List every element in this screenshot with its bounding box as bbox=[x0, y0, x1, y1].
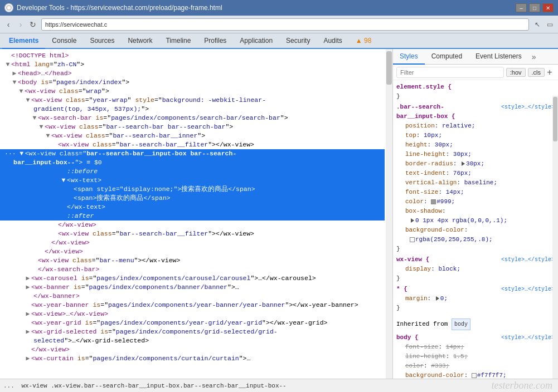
watermark: testerbone.com bbox=[492, 380, 555, 391]
window-title: Developer Tools - https://servicewechat.… bbox=[17, 4, 516, 12]
css-filter-buttons: :hov .cls bbox=[506, 68, 545, 77]
nav-bar: ‹ › ↻ ↖ ▭ bbox=[0, 16, 558, 33]
window-controls: – □ ✕ bbox=[516, 3, 554, 12]
css-tab-computed[interactable]: Computed bbox=[425, 49, 469, 65]
html-line[interactable]: <wx-view class="bar--search-bar__filter"… bbox=[0, 140, 385, 149]
html-scrollbar-thumb[interactable] bbox=[386, 51, 392, 85]
tab-elements[interactable]: Elements bbox=[2, 33, 45, 49]
css-scrollbar[interactable] bbox=[552, 96, 558, 379]
html-line[interactable]: ▶ <wx-banner is="pages/index/components/… bbox=[0, 283, 385, 292]
html-line[interactable]: ▼ <wx-view class="year-wrap" style="back… bbox=[0, 96, 385, 105]
status-wx-view: wx-view bbox=[18, 383, 51, 389]
device-button[interactable]: ▭ bbox=[544, 18, 556, 31]
html-line[interactable]: selected">…</wx-grid-selected> bbox=[0, 336, 385, 345]
css-rule-search-input-box: .bar--search- <style>…</style> bar__inpu… bbox=[396, 102, 555, 254]
color-swatch bbox=[410, 237, 415, 242]
html-line-selected[interactable]: bar__input-box--"> = $0 bbox=[0, 158, 385, 167]
status-path-separator: . bbox=[51, 383, 55, 389]
css-rule-body-1: body { <style>…</style> font-size: 14px;… bbox=[396, 333, 555, 379]
tab-network[interactable]: Network bbox=[121, 33, 159, 49]
css-rules: element.style { } .bar--search- <style>…… bbox=[393, 80, 558, 379]
html-tree: <!DOCTYPE html> ▼ <html lang="zh-CN"> ▶ … bbox=[0, 49, 392, 379]
css-rule-element-style: element.style { } bbox=[396, 82, 555, 101]
triangle-expand-icon bbox=[411, 218, 414, 223]
svg-point-1 bbox=[7, 6, 11, 9]
inherited-from-badge: body bbox=[452, 318, 470, 330]
css-panel: Styles Computed Event Listeners » :hov .… bbox=[393, 49, 558, 379]
html-line[interactable]: <span style="display:none;">搜索喜欢的商品</spa… bbox=[0, 185, 385, 194]
html-line[interactable]: ▶ <wx-view>…</wx-view> bbox=[0, 310, 385, 318]
color-swatch bbox=[431, 199, 436, 204]
inherited-from-label: Inherited from body bbox=[396, 316, 555, 331]
html-line[interactable]: </wx-banner> bbox=[0, 292, 385, 301]
html-scrollbar[interactable] bbox=[386, 49, 392, 379]
css-hov-button[interactable]: :hov bbox=[506, 68, 526, 77]
html-line[interactable]: <span>搜索喜欢的商品</span> bbox=[0, 194, 385, 203]
color-swatch bbox=[472, 373, 477, 378]
css-scrollbar-thumb[interactable] bbox=[553, 97, 557, 141]
minimize-button[interactable]: – bbox=[516, 3, 527, 12]
html-line-pseudo-before[interactable]: ::before bbox=[0, 167, 385, 176]
close-button[interactable]: ✕ bbox=[542, 3, 554, 12]
html-line[interactable]: <wx-year-grid is="pages/index/components… bbox=[0, 318, 385, 327]
html-line[interactable]: ▼ <wx-text> bbox=[0, 176, 385, 185]
html-line[interactable]: ▼ <wx-view class="bar--search-bar bar--s… bbox=[0, 122, 385, 131]
css-filter-input[interactable] bbox=[396, 67, 504, 78]
html-line[interactable]: <wx-view class="bar--search-bar__filter"… bbox=[0, 229, 385, 238]
css-tab-more[interactable]: » bbox=[528, 49, 540, 64]
refresh-button[interactable]: ↻ bbox=[27, 18, 39, 31]
html-panel: <!DOCTYPE html> ▼ <html lang="zh-CN"> ▶ … bbox=[0, 49, 393, 379]
html-line[interactable]: </wx-search-bar> bbox=[0, 265, 385, 274]
main-area: <!DOCTYPE html> ▼ <html lang="zh-CN"> ▶ … bbox=[0, 49, 558, 379]
tab-console[interactable]: Console bbox=[45, 33, 83, 49]
tab-timeline[interactable]: Timeline bbox=[159, 33, 197, 49]
forward-button[interactable]: › bbox=[14, 18, 27, 31]
back-button[interactable]: ‹ bbox=[2, 18, 14, 31]
html-line[interactable]: </wx-view> bbox=[0, 345, 385, 354]
html-line[interactable]: ▶ <wx-carousel is="pages/index/component… bbox=[0, 274, 385, 283]
tab-warning[interactable]: ▲ 98 bbox=[349, 33, 379, 49]
css-add-rule-button[interactable]: + bbox=[545, 67, 555, 77]
address-bar[interactable] bbox=[41, 18, 529, 31]
html-line-pseudo-after[interactable]: ::after bbox=[0, 212, 385, 220]
maximize-button[interactable]: □ bbox=[529, 3, 540, 12]
status-dots: ... bbox=[3, 383, 14, 389]
css-rule-star: * { <style>…</style> margin: 0; } bbox=[396, 285, 555, 313]
triangle-expand-icon bbox=[436, 296, 439, 301]
css-rule-wx-view: wx-view { <style>…</style> display: bloc… bbox=[396, 255, 555, 283]
css-cls-button[interactable]: .cls bbox=[528, 68, 545, 77]
html-line[interactable]: <!DOCTYPE html> bbox=[0, 51, 385, 60]
html-line[interactable]: </wx-view> bbox=[0, 220, 385, 229]
css-filter-bar: :hov .cls + bbox=[393, 65, 558, 80]
browser-icon bbox=[4, 3, 13, 12]
status-bar: ... wx-view . wx-view.bar--search-bar__i… bbox=[0, 379, 558, 392]
css-tabs: Styles Computed Event Listeners » bbox=[393, 49, 558, 65]
html-line[interactable]: ▼ <wx-view class="bar--search-bar__inner… bbox=[0, 131, 385, 140]
html-line[interactable]: </wx-text> bbox=[0, 203, 385, 212]
tab-audits[interactable]: Audits bbox=[317, 33, 348, 49]
html-line[interactable]: ▶ <wx-grid-selected is="pages/index/comp… bbox=[0, 327, 385, 336]
tab-sources[interactable]: Sources bbox=[83, 33, 121, 49]
html-line[interactable]: </wx-view> bbox=[0, 247, 385, 256]
html-line[interactable]: ▼ <body is="pages/index/index"> bbox=[0, 78, 385, 87]
title-bar: Developer Tools - https://servicewechat.… bbox=[0, 0, 558, 16]
tab-security[interactable]: Security bbox=[279, 33, 317, 49]
html-line[interactable]: </wx-view> bbox=[0, 238, 385, 247]
html-line[interactable]: <wx-year-banner is="pages/index/componen… bbox=[0, 301, 385, 310]
html-line[interactable]: gradient(top, 345px, 537px);"> bbox=[0, 105, 385, 114]
cursor-tool-button[interactable]: ↖ bbox=[531, 18, 544, 31]
html-line[interactable]: ▶ <head>…</head> bbox=[0, 69, 385, 78]
status-selected-path: wx-view.bar--search-bar__input-box.bar--… bbox=[55, 383, 287, 389]
tab-profiles[interactable]: Profiles bbox=[197, 33, 233, 49]
html-line[interactable]: ▼ <html lang="zh-CN"> bbox=[0, 60, 385, 69]
html-line[interactable]: <wx-view class="bar--menu"></wx-view> bbox=[0, 256, 385, 265]
html-line[interactable]: ▼ <wx-view class="wrap"> bbox=[0, 87, 385, 96]
main-tabs: Elements Console Sources Network Timelin… bbox=[0, 33, 558, 49]
html-line-selected[interactable]: ··· ▼ <wx-view class="bar--search-bar__i… bbox=[0, 149, 385, 158]
html-line[interactable]: ▶ <wx-curtain is="pages/index/components… bbox=[0, 354, 385, 363]
tab-application[interactable]: Application bbox=[233, 33, 279, 49]
html-line[interactable]: ▼ <wx-search-bar is="pages/index/compone… bbox=[0, 114, 385, 122]
css-tab-styles[interactable]: Styles bbox=[393, 49, 425, 65]
triangle-expand-icon bbox=[462, 161, 465, 166]
css-tab-event-listeners[interactable]: Event Listeners bbox=[469, 49, 528, 65]
